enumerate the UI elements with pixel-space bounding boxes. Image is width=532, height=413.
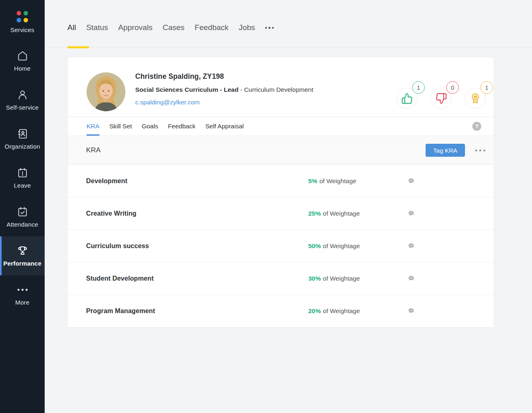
kra-row-weightage-label: of Weightage (323, 242, 360, 250)
tab-all[interactable]: All (67, 23, 76, 47)
kra-row-title: Program Management (86, 307, 155, 315)
trophy-icon (17, 245, 28, 256)
kra-row: Curriculum success 50%of Weightage (68, 230, 494, 262)
kra-row-percent: 5% (308, 177, 317, 185)
kra-row-percent: 30% (308, 275, 321, 282)
comment-icon[interactable] (408, 178, 415, 184)
kra-section-title: KRA (86, 146, 101, 154)
calendar-exclaim-icon (17, 167, 28, 178)
calendar-check-icon (17, 206, 28, 217)
thumbs-down-count-badge: 0 (446, 81, 459, 94)
thumbs-up-count-badge: 1 (412, 81, 425, 94)
kra-row-weightage: 50%of Weightage (308, 242, 360, 250)
tab-skill-set[interactable]: Skill Set (109, 117, 132, 136)
kra-row-title: Student Development (86, 275, 154, 282)
sidebar-item-label: Organization (4, 143, 40, 150)
tab-jobs[interactable]: Jobs (239, 23, 255, 47)
kra-row: Development 5%of Weightage (68, 165, 494, 197)
sidebar-item-label: Self-service (6, 104, 39, 111)
sidebar-item-self-service[interactable]: Self-service (0, 80, 45, 119)
sidebar-item-more[interactable]: More (0, 275, 45, 314)
kra-row-weightage: 20%of Weightage (308, 307, 360, 315)
kra-row-weightage: 25%of Weightage (308, 210, 360, 217)
more-tabs-icon[interactable] (265, 23, 274, 29)
profile-tab-bar: KRA Skill Set Goals Feedback Self Apprai… (68, 117, 494, 136)
employee-email-link[interactable]: c.spalding@zylker.com (135, 99, 313, 106)
tab-goals[interactable]: Goals (142, 117, 158, 136)
sidebar: Services Home Self-service Organization … (0, 0, 45, 413)
sidebar-item-label: Services (10, 26, 34, 33)
kra-row-title: Development (86, 177, 128, 185)
sidebar-item-label: Home (14, 65, 31, 72)
employee-role-secondary: Curriculum Development (244, 86, 314, 93)
ellipsis-icon (17, 284, 28, 295)
tab-feedback-inner[interactable]: Feedback (168, 117, 195, 136)
person-icon (17, 89, 28, 100)
tab-cases[interactable]: Cases (163, 23, 185, 47)
tab-self-appraisal[interactable]: Self Appraisal (205, 117, 244, 136)
kra-row-weightage-label: of Weightage (323, 275, 360, 282)
sidebar-item-attendance[interactable]: Attendance (0, 197, 45, 236)
comment-icon[interactable] (408, 308, 415, 314)
award-count-badge: 1 (480, 81, 493, 94)
award-button[interactable]: 1 (465, 88, 486, 109)
tag-kra-button[interactable]: Tag KRA (426, 144, 465, 157)
kra-row: Creative Writing 25%of Weightage (68, 197, 494, 230)
sidebar-item-label: Attendance (6, 221, 38, 228)
comment-icon[interactable] (408, 210, 415, 216)
main-content: All Status Approvals Cases Feedback Jobs (45, 0, 532, 413)
sidebar-item-label: Performance (3, 260, 41, 267)
org-book-icon (17, 128, 28, 139)
employee-info: Christine Spalding, ZY198 Social Science… (135, 72, 313, 106)
employee-role-separator: - (238, 86, 244, 93)
thumbs-up-button[interactable]: 1 (396, 88, 417, 109)
kra-row-title: Creative Writing (86, 210, 136, 217)
thumbs-down-button[interactable]: 0 (430, 88, 452, 109)
services-grid-icon (16, 11, 28, 23)
kra-row: Program Management 20%of Weightage (68, 295, 494, 327)
home-icon (17, 50, 28, 61)
employee-header: Christine Spalding, ZY198 Social Science… (68, 57, 494, 117)
kra-row-percent: 25% (308, 210, 321, 217)
employee-name: Christine Spalding, ZY198 (135, 72, 313, 81)
kra-row-percent: 50% (308, 242, 321, 250)
avatar (87, 72, 125, 111)
sidebar-item-services[interactable]: Services (0, 2, 45, 41)
kra-row-weightage-label: of Weightage (323, 307, 360, 315)
sidebar-item-organization[interactable]: Organization (0, 119, 45, 158)
tab-kra[interactable]: KRA (87, 117, 99, 136)
sidebar-item-performance[interactable]: Performance (0, 236, 45, 275)
employee-card: Christine Spalding, ZY198 Social Science… (67, 57, 494, 328)
kra-row-weightage-label: of Weightage (323, 210, 360, 217)
sidebar-item-label: More (15, 299, 30, 306)
tab-approvals[interactable]: Approvals (118, 23, 153, 47)
help-icon[interactable]: ? (472, 122, 481, 131)
kra-row-list: Development 5%of Weightage Creative Writ… (68, 165, 494, 327)
sidebar-item-home[interactable]: Home (0, 41, 45, 80)
kra-row-weightage-label: of Weightage (319, 177, 356, 185)
kra-row-title: Curriculum success (86, 242, 149, 250)
comment-icon[interactable] (408, 243, 415, 249)
kra-row-percent: 20% (308, 307, 321, 315)
top-tab-bar: All Status Approvals Cases Feedback Jobs (45, 0, 532, 48)
employee-role-primary: Social Sciences Curriculum - Lead (135, 86, 238, 93)
sidebar-item-leave[interactable]: Leave (0, 158, 45, 197)
comment-icon[interactable] (408, 275, 415, 281)
tab-status[interactable]: Status (86, 23, 108, 47)
kra-row-weightage: 30%of Weightage (308, 275, 360, 282)
kra-more-menu-icon[interactable] (474, 147, 486, 154)
kra-section-header: KRA Tag KRA (68, 136, 494, 165)
kra-row-weightage: 5%of Weightage (308, 177, 356, 185)
kra-row: Student Development 30%of Weightage (68, 262, 494, 295)
sidebar-item-label: Leave (14, 182, 31, 189)
employee-role: Social Sciences Curriculum - Lead - Curr… (135, 86, 313, 93)
tab-feedback[interactable]: Feedback (195, 23, 228, 47)
reaction-buttons: 1 0 1 (396, 88, 486, 109)
